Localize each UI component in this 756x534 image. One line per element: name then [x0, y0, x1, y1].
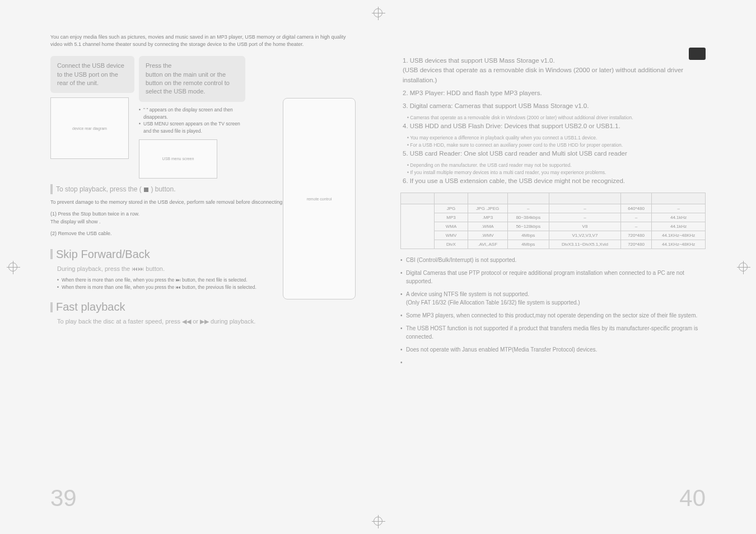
compat-list: 1. USB devices that support USB Mass Sto… — [400, 56, 706, 186]
fast-sub: To play back the disc at a faster speed,… — [57, 318, 292, 325]
compat-4-sub2: • For a USB HDD, make sure to connect an… — [400, 142, 706, 149]
cell-cat — [401, 204, 435, 249]
table-row: WMV .WMV 4Mbps V1,V2,V3,V7 720*480 44.1K… — [401, 231, 706, 240]
compat-4: 4. USB HDD and USB Flash Drive: Devices … — [400, 121, 706, 131]
compat-1: 1. USB devices that support USB Mass Sto… — [400, 56, 706, 85]
menu-diagram: USB menu screen — [139, 139, 217, 179]
step2-box: Press the button on the main unit or the… — [139, 56, 245, 102]
spec-table: JPG JPG .JPEG – – 640*480 – MP3 .MP3 80~… — [400, 193, 706, 249]
note-0: CBI (Control/Bulk/Interrupt) is not supp… — [400, 256, 706, 264]
compat-4-sub1: • You may experience a difference in pla… — [400, 134, 706, 142]
intro-text: You can enjoy media files such as pictur… — [50, 34, 356, 48]
note-5: Does not operate with Janus enabled MTP(… — [400, 345, 706, 354]
stop-text-b: ) button. — [151, 185, 175, 193]
notes-list: CBI (Control/Bulk/Interrupt) is not supp… — [400, 256, 706, 354]
step2-bullet-1: USB MENU screen appears on the TV screen… — [139, 120, 245, 135]
stop-playback-line: To stop playback, press the ( ) button. — [56, 185, 175, 193]
note-4: The USB HOST function is not supported i… — [400, 324, 706, 341]
page-left: You can enjoy media files such as pictur… — [0, 0, 378, 534]
step2-line1: Press the — [146, 62, 171, 69]
compat-5-sub1: • Depending on the manufacturer. the USB… — [400, 162, 706, 169]
skip-bullet-1: When there is more than one file, when y… — [57, 284, 356, 291]
compat-6: 6. If you use a USB extension cable, the… — [400, 176, 706, 186]
remote-diagram: remote control — [283, 98, 356, 299]
skip-title: Skip Forward/Back — [56, 248, 150, 261]
compat-3-sub: • Cameras that operate as a removable di… — [400, 114, 706, 121]
note-3: Some MP3 players, when connected to this… — [400, 311, 706, 320]
compat-2: 2. MP3 Player: HDD and flash type MP3 pl… — [400, 88, 706, 98]
step2-line2: button on the main unit or the button on… — [146, 71, 230, 95]
skip-bullet-0: When there is more than one file, when y… — [57, 277, 356, 284]
skip-bullets: When there is more than one file, when y… — [57, 277, 356, 291]
table-row: MP3 .MP3 80~384kbps – – 44.1kHz — [401, 213, 706, 222]
compat-5: 5. USB card Reader: One slot USB card re… — [400, 149, 706, 158]
stop-text-a: To stop playback, press the ( — [56, 185, 142, 193]
compat-3: 3. Digital camera: Cameras that support … — [400, 101, 706, 111]
note-2: A device using NTFS file system is not s… — [400, 290, 706, 307]
page-right: 1. USB devices that support USB Mass Sto… — [378, 0, 756, 534]
fast-title: Fast playback — [56, 301, 125, 313]
step2-bullet-0: " " appears on the display screen and th… — [139, 106, 245, 121]
step2-bullets: " " appears on the display screen and th… — [139, 106, 245, 135]
note-1: Digital Cameras that use PTP protocol or… — [400, 269, 706, 285]
step1-box: Connect the USB device to the USB port o… — [50, 56, 134, 93]
section-tab — [689, 48, 706, 60]
compat-5-sub2: • If you install multiple memory devices… — [400, 169, 706, 176]
stop-icon — [144, 188, 148, 192]
device-diagram: device rear diagram — [50, 97, 129, 159]
page-number-right: 40 — [679, 485, 706, 512]
table-row: DivX .AVI,.ASF 4Mbps DivX3.11~DivX5.1,Xv… — [401, 240, 706, 249]
page-number-left: 39 — [50, 485, 77, 512]
table-row: JPG JPG .JPEG – – 640*480 – — [401, 204, 706, 213]
table-row: WMA .WMA 56~128kbps V8 – 44.1kHz — [401, 222, 706, 231]
